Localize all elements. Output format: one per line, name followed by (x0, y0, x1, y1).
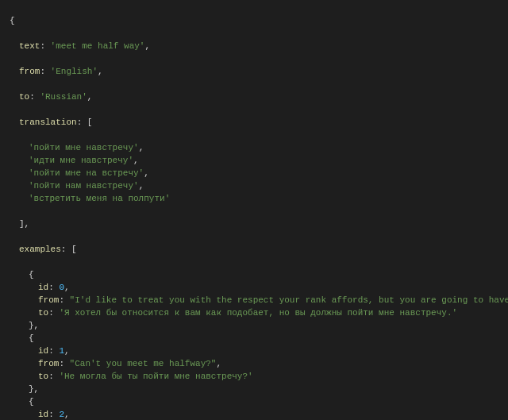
object-key: from (38, 295, 59, 305)
object-key: from (19, 67, 40, 76)
string-value: 'пойти мне на встречу' (29, 168, 144, 178)
code-line: from: "I'd like to treat you with the re… (0, 294, 508, 306)
code-line: to: 'Не могла бы ты пойти мне навстречу?… (0, 370, 508, 383)
code-line: id: 0, (0, 281, 508, 294)
code-line: { (0, 268, 508, 281)
code-line: { (0, 332, 508, 345)
code-line: id: 1, (0, 345, 508, 357)
object-key: text (19, 41, 40, 51)
code-line: 'идти мне навстречу', (0, 154, 508, 167)
code-line: }, (0, 383, 508, 395)
code-line: }, (0, 319, 508, 332)
code-editor[interactable]: { text: 'meet me half way', from: 'Engli… (0, 0, 508, 420)
code-line: examples: [ (0, 243, 508, 256)
code-line: from: "Can't you meet me halfway?", (0, 357, 508, 370)
code-line: 'встретить меня на полпути' (0, 192, 508, 205)
object-key: id (38, 283, 48, 292)
string-value: 'встретить меня на полпути' (29, 194, 170, 203)
object-key: translation (19, 118, 77, 127)
string-value: 'пойти нам навстречу' (29, 181, 139, 191)
code-line: from: 'English', (0, 65, 508, 78)
code-line: { (0, 14, 508, 27)
code-line: 'пойти мне на встречу', (0, 167, 508, 179)
code-line: to: 'Я хотел бы относится к вам как подо… (0, 306, 508, 319)
code-line: 'пойти нам навстречу', (0, 179, 508, 192)
object-key: to (38, 372, 48, 381)
code-line: to: 'Russian', (0, 91, 508, 103)
code-line: { (0, 395, 508, 408)
string-value: 'Не могла бы ты пойти мне навстречу?' (59, 372, 252, 381)
code-line: translation: [ (0, 116, 508, 129)
string-value: 'meet me half way' (51, 41, 145, 51)
string-value: 'English' (51, 67, 98, 76)
string-value: "I'd like to treat you with the respect … (70, 295, 508, 305)
code-line: 'пойти мне навстречу', (0, 141, 508, 154)
object-key: examples (19, 245, 61, 254)
string-value: 'идти мне навстречу' (29, 156, 133, 165)
object-key: id (38, 346, 48, 356)
code-line: ], (0, 218, 508, 230)
object-key: id (38, 410, 48, 419)
string-value: "Can't you meet me halfway?" (70, 359, 217, 368)
object-key: from (38, 359, 59, 368)
string-value: 'Я хотел бы относится к вам как подобает… (59, 308, 457, 318)
string-value: 'Russian' (40, 92, 87, 102)
string-value: 'пойти мне навстречу' (29, 143, 139, 152)
code-line: text: 'meet me half way', (0, 40, 508, 52)
code-line: id: 2, (0, 408, 508, 420)
object-key: to (19, 92, 29, 102)
object-key: to (38, 308, 48, 318)
